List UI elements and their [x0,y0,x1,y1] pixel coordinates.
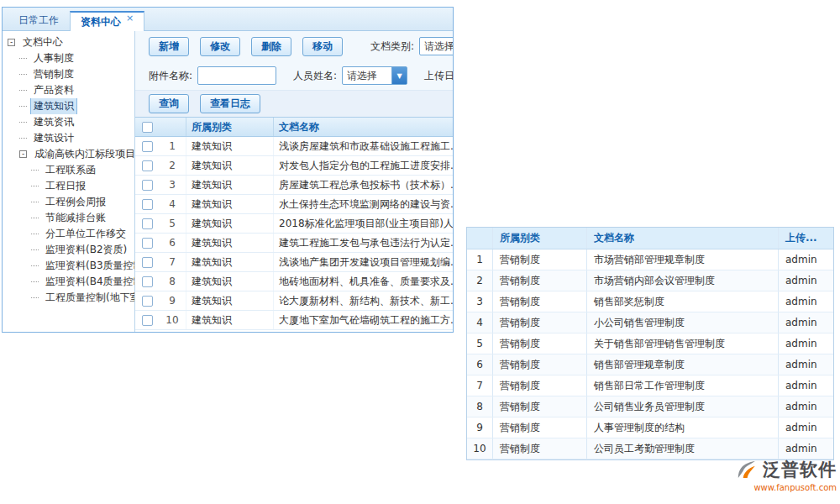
tree-item-selected[interactable]: 建筑知识 [3,98,134,114]
doc-name-cell[interactable]: 公司员工考勤管理制度 [586,438,778,459]
table-row[interactable]: 5 建筑知识 2018标准化监理项目部(业主项目部)人员... [135,214,453,234]
table-row[interactable]: 2 营销制度 市场营销内部会议管理制度 admin [467,270,833,291]
tree-item-label: 工程例会周报 [42,194,109,210]
table-row[interactable]: 3 营销制度 销售部奖惩制度 admin [467,291,833,312]
main-area: 新增 修改 删除 移动 文档类别: 请选择 ▼ 文档 附件名称: 人员姓名: [135,31,453,332]
tab-daily-work[interactable]: 日常工作 [8,10,70,30]
category-cell: 建筑知识 [186,311,273,329]
doc-name-cell[interactable]: 论大厦新材料、新结构、新技术、新工... [273,291,453,310]
tree-item[interactable]: 建筑设计 [3,130,134,146]
window-body: - 文档中心 人事制度 营销制度 产品资料 建筑知识 [3,31,453,332]
move-button[interactable]: 移动 [302,37,343,56]
tree-item[interactable]: 建筑资讯 [3,114,134,130]
tree-item[interactable]: 产品资料 [3,82,134,98]
table-row[interactable]: 7 营销制度 销售部日常工作管理制度 admin [467,375,833,396]
doc-name-cell[interactable]: 小公司销售管理制度 [586,312,778,333]
tree-item[interactable]: 营销制度 [3,66,134,82]
row-number-cell: 3 [467,296,492,307]
table-row[interactable]: 4 建筑知识 水土保持生态环境监测网络的建设与资... [135,195,453,214]
doc-name-cell[interactable]: 水土保持生态环境监测网络的建设与资... [273,195,453,213]
view-log-button[interactable]: 查看日志 [200,94,260,113]
doc-name-cell[interactable]: 房屋建筑工程总承包投标书（技术标）... [273,176,453,194]
edit-button[interactable]: 修改 [200,37,240,56]
doc-name-cell[interactable]: 公司销售业务员管理制度 [586,396,778,417]
category-cell: 营销制度 [492,312,586,333]
row-number-cell: 7 [467,380,492,391]
row-checkbox[interactable] [142,276,153,287]
doc-name-cell[interactable]: 浅谈地产集团开发建设项目管理规划编... [273,253,453,271]
close-icon[interactable]: × [126,13,134,24]
tree-item[interactable]: 监理资料(B3质量控制) [3,258,134,274]
person-name-select[interactable]: 请选择 ▼ [342,66,407,85]
table-row[interactable]: 9 营销制度 人事管理制度的结构 admin [467,417,833,438]
row-number-cell: 1 [159,140,186,152]
category-cell: 营销制度 [492,417,586,438]
table-row[interactable]: 1 营销制度 市场营销部管理规章制度 admin [467,249,833,270]
tree-item[interactable]: 监理资料(B2资质) [3,242,134,258]
table-row[interactable]: 6 营销制度 销售部管理规章制度 admin [467,354,833,375]
tree-item[interactable]: 工程联系函 [3,162,134,178]
doc-name-cell[interactable]: 市场营销部管理规章制度 [586,249,778,270]
doc-name-cell[interactable]: 销售部奖惩制度 [586,291,778,312]
row-number-cell: 3 [159,179,186,191]
tree-line [31,281,39,282]
doc-name-cell[interactable]: 关于销售部管理销售管理制度 [586,333,778,354]
select-all-checkbox[interactable] [142,122,153,133]
tree-item-doc-center[interactable]: - 文档中心 [3,34,134,50]
row-checkbox[interactable] [142,238,153,249]
row-checkbox[interactable] [142,199,153,210]
collapse-icon[interactable]: - [8,39,15,46]
tree-item[interactable]: 监理资料(B4质量控制) [3,274,134,290]
checkbox-cell [135,137,159,155]
query-button[interactable]: 查询 [149,94,189,113]
table-row[interactable]: 10 建筑知识 大厦地下室加气砼墙砌筑工程的施工方... [135,311,453,330]
doc-name-cell[interactable]: 2018标准化监理项目部(业主项目部)人员... [273,214,453,233]
uploader-cell: admin [778,312,833,333]
attachment-name-input[interactable] [197,66,276,85]
table-row[interactable]: 4 营销制度 小公司销售管理制度 admin [467,312,833,333]
table-row[interactable]: 8 营销制度 公司销售业务员管理制度 admin [467,396,833,417]
doc-name-cell[interactable]: 市场营销内部会议管理制度 [586,270,778,291]
row-checkbox[interactable] [142,141,153,152]
table-row[interactable]: 5 营销制度 关于销售部管理销售管理制度 admin [467,333,833,354]
table-row[interactable]: 8 建筑知识 地砖地面材料、机具准备、质量要求及... [135,272,453,291]
add-button[interactable]: 新增 [149,37,189,56]
tree-item[interactable]: 分工单位工作移交 [3,226,134,242]
row-checkbox[interactable] [142,218,153,229]
doc-name-cell[interactable]: 销售部管理规章制度 [586,354,778,375]
tab-data-center[interactable]: 资料中心 × [70,11,144,31]
row-checkbox[interactable] [142,160,153,171]
table-row[interactable]: 2 建筑知识 对发包人指定分包的工程施工进度安排... [135,156,453,176]
tree-item-label: 建筑知识 [30,98,77,114]
delete-button[interactable]: 删除 [251,37,291,56]
doc-name-cell[interactable]: 浅谈房屋建筑和市政基础设施工程施工... [273,137,453,155]
table-row[interactable]: 3 建筑知识 房屋建筑工程总承包投标书（技术标）... [135,176,453,195]
tree-item-label: 成渝高铁内江标段项目 [31,146,134,162]
table-row[interactable]: 9 建筑知识 论大厦新材料、新结构、新技术、新工... [135,291,453,311]
row-checkbox[interactable] [142,180,153,191]
doc-name-cell[interactable]: 建筑工程施工发包与承包违法行为认定... [273,234,453,252]
checkbox-cell [135,253,159,271]
tree-item[interactable]: 工程例会周报 [3,194,134,210]
doc-category-select[interactable]: 请选择 ▼ [419,37,453,55]
row-number-cell: 2 [159,160,186,171]
row-checkbox[interactable] [142,296,153,307]
doc-name-cell[interactable]: 销售部日常工作管理制度 [586,375,778,396]
doc-name-cell[interactable]: 大厦地下室加气砼墙砌筑工程的施工方... [273,311,453,329]
doc-name-cell[interactable]: 人事管理制度的结构 [586,417,778,438]
tree-item[interactable]: 节能减排台账 [3,210,134,226]
tree-item[interactable]: 工程质量控制(地下室) [3,290,134,306]
doc-name-cell[interactable]: 地砖地面材料、机具准备、质量要求及... [273,272,453,291]
tree-item[interactable]: 工程日报 [3,178,134,194]
tree-item[interactable]: 人事制度 [3,50,134,66]
row-checkbox[interactable] [142,257,153,268]
table-row[interactable]: 7 建筑知识 浅谈地产集团开发建设项目管理规划编... [135,253,453,272]
collapse-icon[interactable]: - [19,150,27,158]
row-checkbox[interactable] [142,315,153,326]
table-row[interactable]: 6 建筑知识 建筑工程施工发包与承包违法行为认定... [135,234,453,253]
tree-item-project[interactable]: - 成渝高铁内江标段项目 [3,146,134,162]
uploader-cell: admin [778,333,833,354]
uploader-cell: admin [778,249,833,270]
table-row[interactable]: 1 建筑知识 浅谈房屋建筑和市政基础设施工程施工... [135,137,453,156]
doc-name-cell[interactable]: 对发包人指定分包的工程施工进度安排... [273,156,453,175]
